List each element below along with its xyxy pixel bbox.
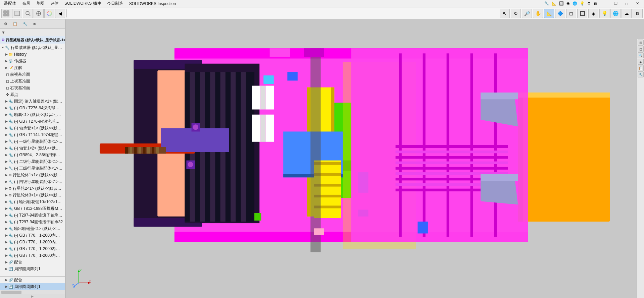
menu-sketch[interactable]: 草图 [34, 0, 47, 7]
tree-item[interactable]: ▶🔩(-) T297-94圆锥滚子轴承32 [0, 219, 65, 225]
toolbar-zoom-btn[interactable]: 🔎 [522, 9, 532, 18]
tab-property[interactable]: 📋 [11, 21, 19, 27]
tree-item[interactable]: ▶🔩(-) GB / T70、1-2000内六角圆柱 [0, 232, 65, 239]
menu-inspection[interactable]: SOLIDWORKS Inspection [127, 1, 179, 7]
toolbar-arrow-btn[interactable]: ◀ [55, 9, 65, 18]
maximize-button[interactable]: □ [621, 0, 632, 7]
toolbar-light-btn[interactable]: 💡 [599, 9, 609, 18]
tree-item[interactable]: ▶🔩轴套<1> (默认<<默认>_显示 [0, 111, 65, 118]
expand-icon: ▶ [5, 146, 8, 150]
tree-item[interactable]: ◻上视基准面 [0, 78, 65, 84]
view-icon-2[interactable]: 📐 [552, 1, 556, 6]
scroll-thumb[interactable] [1, 291, 21, 294]
tree-item[interactable]: ▶🔧(-) 三级行星轮装配体<1> (默认< [0, 165, 65, 172]
tree-item[interactable]: ▶📁History [0, 51, 65, 58]
menu-assembly[interactable]: 装配体 [1, 0, 19, 7]
tree-item[interactable]: ◻前视基准面 [0, 71, 65, 78]
tree-item[interactable]: ✛原点 [0, 91, 65, 98]
tree-item[interactable]: ▼🔧行星减速器 (默认<默认_显示状态-1> [0, 44, 65, 51]
expand-icon: ▶ [5, 59, 8, 63]
rt-btn-2[interactable]: ◻ [638, 46, 644, 52]
rt-btn-1[interactable]: ⊞ [638, 40, 644, 46]
toolbar-rotate-btn[interactable]: ↻ [511, 9, 521, 18]
tree-item[interactable]: ▶🔩(-) T297-94圆锥滚子轴承3C [0, 212, 65, 219]
minimize-button[interactable]: ─ [600, 0, 610, 7]
close-button[interactable]: ✕ [632, 0, 643, 7]
menu-evaluate[interactable]: 评估 [48, 0, 61, 7]
view-icon-5[interactable]: 🌐 [573, 1, 577, 6]
toolbar-view2-btn[interactable]: 🔷 [555, 9, 565, 18]
toolbar-color-btn[interactable] [44, 9, 54, 18]
tab-display[interactable]: 👁 [31, 21, 39, 27]
svg-rect-88 [417, 222, 428, 233]
tree-item-icon: 🔧 [5, 46, 10, 50]
toolbar-pan-btn[interactable]: ✋ [533, 9, 543, 18]
tree-item-label: 配合 [14, 259, 22, 265]
svg-rect-98 [138, 147, 141, 154]
tree-item-array[interactable]: ▶ 🔄 局部圆周阵列1 [0, 283, 65, 290]
h-scrollbar[interactable] [0, 290, 65, 294]
tree-item[interactable]: ▶🔧(-) 二级行星轮装配体<1> (默认< [0, 158, 65, 165]
match-icon: 🔗 [8, 278, 13, 282]
toolbar-view-active[interactable]: 📐 [544, 9, 554, 18]
view-icon-6[interactable]: 💡 [580, 1, 585, 6]
tree-item[interactable]: ▶🔩(-) GB / T70、1-2000内六角圆柱 [0, 239, 65, 245]
toolbar-view4-btn[interactable]: 🔲 [577, 9, 587, 18]
rt-btn-3[interactable]: 🔍 [638, 52, 644, 58]
tab-feature-manager[interactable]: ⚙ [2, 21, 9, 27]
tree-item[interactable]: ▶🔩(-) 轴承套<1> (默认<<默认>_显 [0, 125, 65, 131]
tree-item[interactable]: ▶🔩(-) GB894、2-86轴用弹性挡圈B1 [0, 152, 65, 158]
tree-item[interactable]: ▶🔩(-) 轴套1<2> (默认<<默认>_显 [0, 145, 65, 152]
toolbar-appear-btn[interactable]: 🌐 [610, 9, 621, 18]
viewport[interactable]: + [65, 19, 644, 298]
tree-item[interactable]: ▶🔗配合 [0, 259, 65, 265]
rt-btn-6[interactable]: 🔧 [638, 71, 644, 77]
toolbar-target-btn[interactable] [34, 9, 44, 18]
tree-item[interactable]: ▶🔄局部圆周阵列1 [0, 265, 65, 272]
tree-item[interactable]: ▶🔩固定) 输入轴端盖<1> (默认<< [0, 98, 65, 105]
tree-item-icon: 🔩 [8, 126, 13, 130]
tree-item[interactable]: ▶📝注解 [0, 64, 65, 71]
menu-layout[interactable]: 布局 [19, 0, 33, 7]
toolbar-scene-btn[interactable]: ☁ [622, 9, 632, 18]
tree-item[interactable]: ▶🔩(-) GB / T276-94深沟球轴承601 [0, 118, 65, 125]
menu-manufacture[interactable]: 今日制造 [104, 0, 126, 7]
axis-indicator: Y X Z [72, 268, 89, 285]
view-icon-4[interactable]: ◉ [566, 1, 570, 6]
rt-btn-4[interactable]: ◈ [638, 59, 644, 65]
toolbar-part-btn[interactable] [12, 9, 22, 18]
toolbar-view3-btn[interactable]: ◻ [566, 9, 576, 18]
tree-item[interactable]: ▶🔩(-) GB / T70、1-2000内六角圆柱 [0, 252, 65, 259]
toolbar-display-btn[interactable]: 🖥 [633, 9, 643, 18]
tree-item[interactable]: ▶🔩(-) GB / T1144-1974花键6×23× [0, 131, 65, 138]
tree-item[interactable]: ◻右视基准面 [0, 84, 65, 91]
tree-root-item[interactable]: ⚙ 行星减速器 (默认<默认_显示状态-1> [0, 36, 65, 44]
view-icon-8[interactable]: 🖥 [593, 2, 597, 6]
tree-item[interactable]: ▶🔩GB / T812-1988圆螺母M110 [0, 205, 65, 212]
tree-item[interactable]: ▶🔩(-) GB / T70、1-2000内六角圆柱 [0, 245, 65, 252]
toolbar-section-btn[interactable]: ◈ [588, 9, 598, 18]
expand-icon: ▶ [5, 187, 8, 190]
tree-item[interactable]: ▶⚙行星轮体3<1> (默认<<默认>_显 [0, 192, 65, 198]
panel-resize-handle[interactable]: ▶ [0, 294, 65, 298]
restore-button[interactable]: ❐ [610, 0, 621, 7]
tree-item[interactable]: ▶⚙行星轮体1<1> (默认<<默认>_显 [0, 172, 65, 178]
tree-item[interactable]: ▶🔧(-) 一级行星轮装配体<1> (默认< [0, 138, 65, 145]
toolbar-cursor-btn[interactable]: ↖ [500, 9, 510, 18]
tree-item[interactable]: ▶🔩(-) GB / T276-94深沟球轴承601 [0, 105, 65, 111]
rt-btn-5[interactable]: 📋 [638, 65, 644, 71]
menu-solidworks-plugins[interactable]: SOLIDWORKS 插件 [62, 0, 104, 7]
toolbar-assembly-btn[interactable] [1, 9, 11, 18]
tree-item[interactable]: ▶🔩(-) 输出轴花键10×102×108×16 [0, 198, 65, 205]
tree-item[interactable]: ▶🔩输出轴端盖<1> (默认<<默认>_显 [0, 225, 65, 232]
tree-item[interactable]: ▶📡传感器 [0, 58, 65, 64]
tree-item[interactable]: ▶🔧(-) 四级行星轮装配体<1> (默认< [0, 178, 65, 185]
view-icon-7[interactable]: ⚙ [587, 1, 591, 6]
tree-item[interactable]: ▶⚙行星轮2<1> (默认<<默认>_显示 [0, 185, 65, 192]
svg-rect-84 [260, 86, 265, 110]
view-icon-3[interactable]: 🔲 [559, 1, 564, 6]
view-icon-1[interactable]: 🔧 [544, 1, 549, 6]
tree-item-match[interactable]: ▶ 🔗 配合 [0, 277, 65, 283]
toolbar-search-btn[interactable] [23, 9, 33, 18]
tab-config[interactable]: 🔧 [21, 21, 30, 27]
